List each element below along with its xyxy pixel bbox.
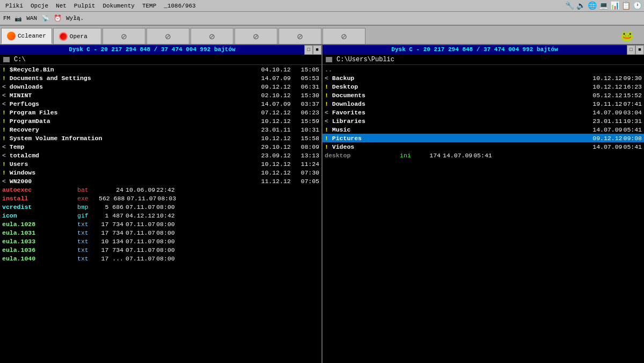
table-row[interactable]: < Favorites 14.07.09 03:04 — [323, 108, 644, 117]
file-time: 07:05 — [301, 178, 319, 185]
right-panel-minimize-btn[interactable]: □ — [627, 45, 635, 55]
table-row[interactable]: < MININT 02.10.12 15:30 — [0, 91, 321, 99]
tab-opera[interactable]: Opera — [53, 28, 101, 44]
file-name: < MININT — [2, 92, 88, 99]
table-row[interactable]: < downloads 09.12.12 06:31 — [0, 82, 321, 91]
file-time: 05:41 — [473, 152, 492, 159]
file-time: 15:30 — [301, 92, 319, 99]
menu-pulpit[interactable]: Pulpit — [71, 2, 99, 10]
toolbar-wyl[interactable]: Wyłą. — [66, 15, 84, 21]
file-name: < Backup — [325, 75, 432, 82]
file-time: 03:04 — [623, 109, 642, 116]
file-date: 14.07.09 — [261, 100, 298, 107]
file-time: 07:41 — [623, 100, 642, 107]
table-row[interactable]: < Backup 10.12.12 09:30 — [323, 74, 644, 82]
file-ext: txt — [77, 255, 99, 262]
file-size: 24 — [99, 186, 126, 193]
table-row[interactable]: ! Users 10.12.12 11:24 — [0, 159, 321, 168]
table-row[interactable]: ! Desktop 10.12.12 16:23 — [323, 82, 644, 91]
file-name: < downloads — [2, 83, 88, 90]
file-name: ! Users — [2, 161, 88, 168]
left-file-list[interactable]: ! $Recycle.Bin 04.10.12 15:05 ! Document… — [0, 65, 321, 363]
menu-temp[interactable]: TEMP — [139, 2, 159, 10]
table-row[interactable]: < PerfLogs 14.07.09 03:37 — [0, 99, 321, 108]
table-row[interactable]: icon gif 1 487 04.12.12 10:42 — [0, 211, 321, 220]
file-date: 11.12.12 — [261, 178, 298, 185]
table-row[interactable]: autoexec bat 24 10.06.09 22:42 — [0, 185, 321, 194]
table-row[interactable]: ! Downloads 19.11.12 07:41 — [323, 99, 644, 108]
right-panel-header-row: Dysk C - 20 217 294 848 / 37 474 004 992… — [323, 45, 644, 55]
file-size: 17 734 — [99, 221, 126, 228]
table-row[interactable]: desktop ini 174 14.07.09 05:41 — [323, 151, 644, 159]
table-row[interactable]: ! Pictures 09.12.12 09:08 — [323, 134, 644, 142]
tab-opera-label: Opera — [70, 33, 87, 40]
table-row[interactable]: ! Recovery 23.01.11 10:31 — [0, 125, 321, 134]
file-ext: bat — [77, 186, 99, 193]
file-date: 23.09.12 — [261, 152, 298, 159]
menu-net[interactable]: Net — [53, 2, 70, 10]
table-row[interactable]: eula.1040 txt 17 ... 07.11.07 08:00 — [0, 254, 321, 263]
table-row[interactable]: .. — [323, 65, 644, 74]
file-name: ! ProgramData — [2, 118, 88, 125]
file-ext: txt — [77, 229, 99, 236]
table-row[interactable]: ! System Volume Information 10.12.12 15:… — [0, 134, 321, 142]
file-date: 23.01.11 — [261, 126, 298, 133]
no-symbol-icon-4: ⊘ — [253, 31, 259, 42]
right-file-list[interactable]: .. < Backup 10.12.12 09:30 ! Desktop 10.… — [323, 65, 644, 363]
file-name: < PerfLogs — [2, 100, 88, 107]
file-name: ! Pictures — [325, 135, 432, 142]
table-row[interactable]: ! Documents 05.12.12 15:52 — [323, 91, 644, 99]
file-date: 07.11.07 — [127, 195, 156, 202]
menu-pliki[interactable]: Pliki — [2, 2, 26, 10]
table-row[interactable]: ! Videos 14.07.09 05:41 — [323, 142, 644, 151]
file-name: desktop — [325, 152, 400, 159]
left-panel-maximize-btn[interactable]: ■ — [313, 45, 321, 55]
table-row[interactable]: eula.1033 txt 10 134 07.11.07 08:00 — [0, 237, 321, 245]
tab-ccleaner[interactable]: Ccleaner — [1, 28, 52, 44]
table-row[interactable]: install exe 562 688 07.11.07 08:03 — [0, 194, 321, 202]
tab-smiley[interactable]: 🐸 — [611, 28, 643, 44]
no-symbol-icon-2: ⊘ — [165, 31, 171, 42]
menu-opcje[interactable]: Opcje — [27, 2, 52, 10]
file-date: 14.07.09 — [592, 143, 622, 150]
no-symbol-icon-6: ⊘ — [341, 31, 347, 42]
table-row[interactable]: ! Music 14.07.09 05:41 — [323, 125, 644, 134]
tab-disabled-3: ⊘ — [191, 28, 233, 44]
file-time: 15:52 — [623, 92, 642, 99]
file-name: < totalcmd — [2, 152, 88, 159]
left-panel-minimize-btn[interactable]: □ — [304, 45, 313, 55]
table-row[interactable]: < Libraries 23.01.11 10:31 — [323, 117, 644, 125]
tabs-row: Ccleaner Opera ⊘ ⊘ ⊘ ⊘ ⊘ ⊘ 🐸 — [0, 26, 644, 45]
table-row[interactable]: eula.1031 txt 17 734 07.11.07 08:00 — [0, 228, 321, 237]
file-name: < WN2000 — [2, 178, 88, 185]
table-row[interactable]: ! Windows 10.12.12 07:30 — [0, 168, 321, 177]
file-name: icon — [2, 212, 77, 219]
tab-disabled-5: ⊘ — [279, 28, 321, 44]
menu-dokumenty[interactable]: Dokumenty — [99, 2, 137, 10]
table-row[interactable]: eula.1036 txt 17 734 07.11.07 08:00 — [0, 245, 321, 254]
table-row[interactable]: ! $Recycle.Bin 04.10.12 15:05 — [0, 65, 321, 74]
table-row[interactable]: < Temp 29.10.12 08:09 — [0, 142, 321, 151]
table-row[interactable]: ! ProgramData 10.12.12 15:59 — [0, 117, 321, 125]
left-panel-header-btns: □ ■ — [304, 45, 321, 55]
right-path: C:\Users\Public — [336, 56, 394, 63]
table-row[interactable]: vcredist bmp 5 686 07.11.07 08:00 — [0, 202, 321, 211]
no-symbol-icon-3: ⊘ — [209, 31, 215, 42]
file-date: 14.07.09 — [592, 109, 622, 116]
right-panel-maximize-btn[interactable]: ■ — [635, 45, 644, 55]
table-row[interactable]: < totalcmd 23.09.12 13:13 — [0, 151, 321, 159]
table-row[interactable]: ! Documents and Settings 14.07.09 05:53 — [0, 74, 321, 82]
table-row[interactable]: < WN2000 11.12.12 07:05 — [0, 177, 321, 185]
file-date: 10.12.12 — [261, 118, 298, 125]
table-row[interactable]: ! Program Files 07.12.12 06:23 — [0, 108, 321, 117]
table-row[interactable]: eula.1028 txt 17 734 07.11.07 08:00 — [0, 220, 321, 228]
toolbar: FM 📷 WAN 📡 ⏰ Wyłą. — [0, 12, 644, 26]
file-date: 04.10.12 — [261, 66, 298, 73]
no-symbol-icon-5: ⊘ — [297, 31, 303, 42]
file-ext: bmp — [77, 204, 99, 210]
file-date: 07.11.07 — [126, 238, 155, 245]
file-ext: gif — [77, 212, 99, 219]
left-path: C:\ — [14, 56, 26, 63]
app-container: Pliki Opcje Net Pulpit Dokumenty TEMP _1… — [0, 0, 644, 363]
file-time: 16:23 — [623, 83, 642, 90]
